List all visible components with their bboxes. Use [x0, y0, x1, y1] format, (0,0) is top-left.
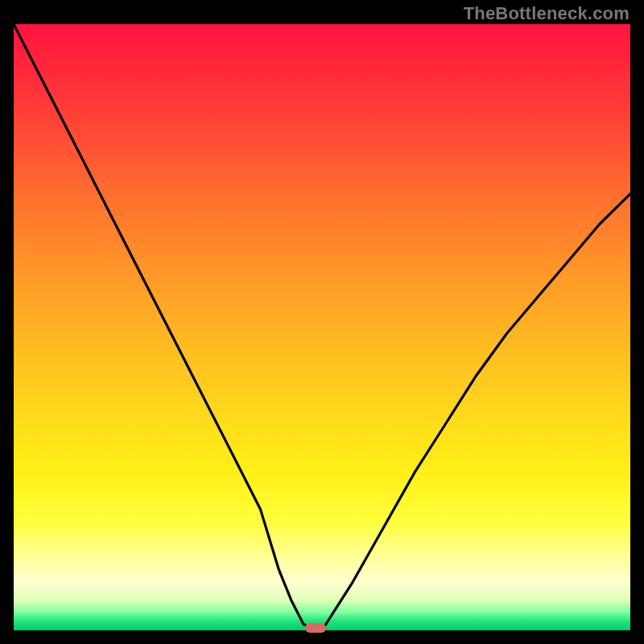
- optimal-marker: [305, 623, 326, 633]
- plot-area: [14, 24, 630, 630]
- chart-frame: TheBottleneck.com: [0, 0, 644, 644]
- watermark-text: TheBottleneck.com: [464, 3, 630, 24]
- bottleneck-curve: [14, 24, 630, 630]
- curve-layer: [14, 24, 630, 630]
